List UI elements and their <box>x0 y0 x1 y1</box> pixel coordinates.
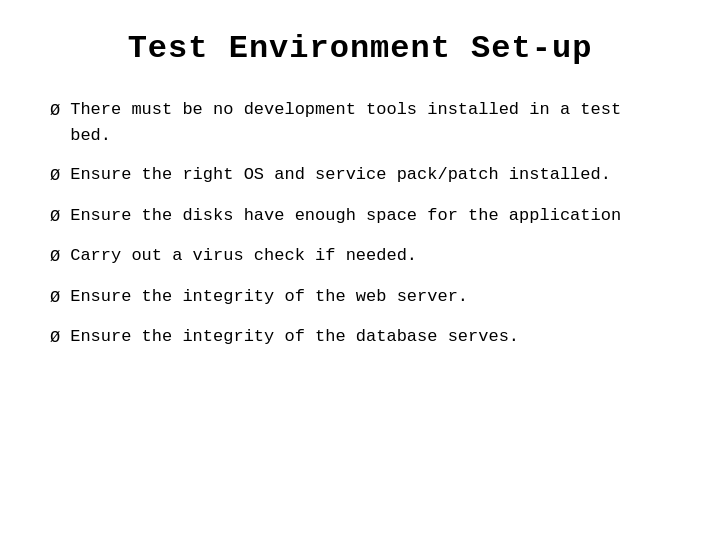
bullet-list: ØThere must be no development tools inst… <box>50 97 670 365</box>
bullet-arrow-icon: Ø <box>50 204 60 230</box>
bullet-arrow-icon: Ø <box>50 98 60 124</box>
bullet-arrow-icon: Ø <box>50 244 60 270</box>
slide: Test Environment Set-up ØThere must be n… <box>0 0 720 540</box>
bullet-text-2: Ensure the right OS and service pack/pat… <box>70 162 670 188</box>
bullet-text-4: Carry out a virus check if needed. <box>70 243 670 269</box>
bullet-item-5: ØEnsure the integrity of the web server. <box>50 284 670 311</box>
bullet-text-3: Ensure the disks have enough space for t… <box>70 203 670 229</box>
bullet-item-4: ØCarry out a virus check if needed. <box>50 243 670 270</box>
bullet-arrow-icon: Ø <box>50 325 60 351</box>
bullet-item-3: ØEnsure the disks have enough space for … <box>50 203 670 230</box>
bullet-item-6: ØEnsure the integrity of the database se… <box>50 324 670 351</box>
bullet-arrow-icon: Ø <box>50 285 60 311</box>
slide-title: Test Environment Set-up <box>50 30 670 67</box>
bullet-text-5: Ensure the integrity of the web server. <box>70 284 670 310</box>
bullet-item-1: ØThere must be no development tools inst… <box>50 97 670 148</box>
bullet-item-2: ØEnsure the right OS and service pack/pa… <box>50 162 670 189</box>
bullet-text-6: Ensure the integrity of the database ser… <box>70 324 670 350</box>
bullet-text-1: There must be no development tools insta… <box>70 97 670 148</box>
bullet-arrow-icon: Ø <box>50 163 60 189</box>
